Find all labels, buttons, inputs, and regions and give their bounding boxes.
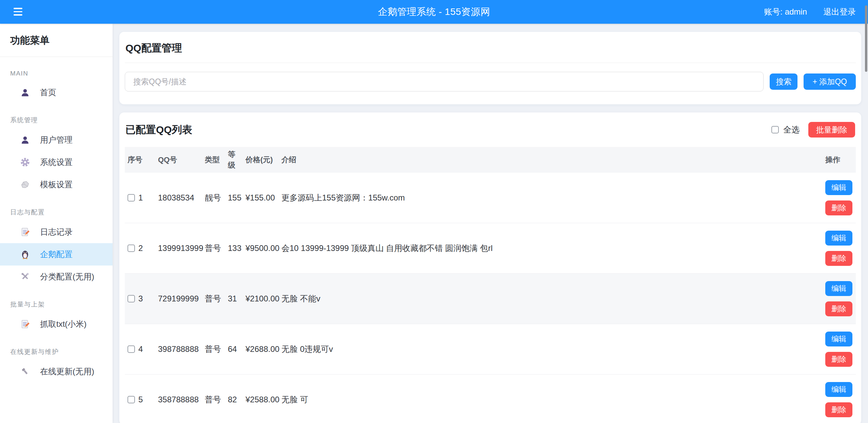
row-level: 64 xyxy=(225,344,243,354)
row-level: 31 xyxy=(225,294,243,303)
row-type: 普号 xyxy=(202,344,225,355)
row-description: 无脸 0违规可v xyxy=(279,344,823,355)
column-header: 操作 xyxy=(823,154,856,165)
column-header: QQ号 xyxy=(155,154,202,165)
sidebar-section-label: 系统管理 xyxy=(0,116,113,125)
sidebar-section-label: 批量与上架 xyxy=(0,300,113,309)
row-index: 3 xyxy=(138,294,143,303)
column-header: 等级 xyxy=(225,149,243,171)
edit-button[interactable]: 编辑 xyxy=(825,180,852,195)
row-actions-cell: 编辑删除 xyxy=(823,274,856,324)
gear-icon xyxy=(20,157,31,168)
top-header: 企鹅管理系统 - 155资源网 账号: admin 退出登录 xyxy=(0,0,868,24)
sidebar-section: 日志与配置日志记录企鹅配置分类配置(无用) xyxy=(0,208,113,288)
row-qq-number: 1399913999 xyxy=(155,244,202,253)
row-index-cell: 1 xyxy=(125,193,155,203)
delete-button[interactable]: 删除 xyxy=(825,352,852,367)
delete-button[interactable]: 删除 xyxy=(825,251,852,266)
search-button[interactable]: 搜索 xyxy=(770,73,797,90)
sidebar-item-label: 在线更新(无用) xyxy=(40,366,94,377)
list-title: 已配置QQ列表 xyxy=(125,123,771,137)
row-price: ¥2688.00 xyxy=(243,344,279,354)
rock-icon xyxy=(20,179,31,190)
sidebar-nav: MAIN首页系统管理用户管理系统设置模板设置日志与配置日志记录企鹅配置分类配置(… xyxy=(0,57,113,383)
sidebar-item-penguin-config[interactable]: 企鹅配置 xyxy=(0,243,113,266)
sidebar-item-label: 企鹅配置 xyxy=(40,249,73,260)
edit-button[interactable]: 编辑 xyxy=(825,231,852,246)
column-header: 序号 xyxy=(125,154,155,165)
row-checkbox[interactable] xyxy=(127,295,135,302)
table-row: 118038534靓号155¥155.00更多源码上155资源网：155w.co… xyxy=(125,173,856,223)
table-row: 4398788888普号64¥2688.00无脸 0违规可v编辑删除 xyxy=(125,324,856,375)
row-type: 普号 xyxy=(202,394,225,405)
select-all: 全选 xyxy=(771,124,800,135)
sidebar-item-home[interactable]: 首页 xyxy=(0,81,113,104)
sidebar-section-label: 日志与配置 xyxy=(0,208,113,217)
user-icon xyxy=(20,87,31,98)
user-icon xyxy=(20,134,31,145)
delete-button[interactable]: 删除 xyxy=(825,402,852,417)
sidebar-item-online-update[interactable]: 在线更新(无用) xyxy=(0,360,113,383)
sidebar-item-log-records[interactable]: 日志记录 xyxy=(0,221,113,243)
table-body: 118038534靓号155¥155.00更多源码上155资源网：155w.co… xyxy=(125,173,856,423)
sidebar-section: 在线更新与维护在线更新(无用) xyxy=(0,347,113,383)
sidebar-item-template-settings[interactable]: 模板设置 xyxy=(0,173,113,196)
sidebar-item-grab-txt[interactable]: 抓取txt(小米) xyxy=(0,313,113,335)
row-actions-cell: 编辑删除 xyxy=(823,324,856,374)
row-level: 133 xyxy=(225,244,243,253)
sidebar-section-label: MAIN xyxy=(0,70,113,77)
row-price: ¥155.00 xyxy=(243,193,279,203)
sidebar-section: MAIN首页 xyxy=(0,70,113,104)
page-scrollbar[interactable] xyxy=(865,5,867,72)
row-index-cell: 3 xyxy=(125,294,155,303)
row-description: 会10 13999-13999 顶级真山 自用收藏都不错 圆润饱满 包rl xyxy=(279,243,823,254)
row-actions-cell: 编辑删除 xyxy=(823,173,856,223)
row-qq-number: 398788888 xyxy=(155,344,202,354)
add-qq-button[interactable]: + 添加QQ xyxy=(804,73,856,90)
delete-button[interactable]: 删除 xyxy=(825,200,852,215)
memo-icon xyxy=(20,319,31,330)
batch-delete-button[interactable]: 批量删除 xyxy=(808,122,855,138)
app-title: 企鹅管理系统 - 155资源网 xyxy=(378,5,490,18)
row-index: 5 xyxy=(138,395,143,404)
search-input[interactable] xyxy=(125,72,764,91)
hamburger-menu-icon[interactable] xyxy=(14,8,22,16)
column-header: 价格(元) xyxy=(243,154,279,165)
row-qq-number: 358788888 xyxy=(155,395,202,404)
sidebar-item-label: 用户管理 xyxy=(40,134,73,145)
row-description: 无脸 不能v xyxy=(279,293,823,304)
panel-title: QQ配置管理 xyxy=(125,41,856,63)
account-label: 账号: admin xyxy=(764,6,807,17)
sidebar-item-user-management[interactable]: 用户管理 xyxy=(0,129,113,151)
row-checkbox[interactable] xyxy=(127,245,135,252)
sidebar-item-system-settings[interactable]: 系统设置 xyxy=(0,151,113,173)
delete-button[interactable]: 删除 xyxy=(825,301,852,316)
bolt-icon xyxy=(20,366,31,377)
row-type: 普号 xyxy=(202,243,225,254)
select-all-label: 全选 xyxy=(783,124,800,135)
sidebar-section: 批量与上架抓取txt(小米) xyxy=(0,300,113,335)
row-checkbox[interactable] xyxy=(127,396,135,403)
table-header: 序号QQ号类型等级价格(元)介绍操作 xyxy=(125,147,856,173)
row-index-cell: 2 xyxy=(125,244,155,253)
edit-button[interactable]: 编辑 xyxy=(825,281,852,296)
sidebar-item-label: 系统设置 xyxy=(40,157,73,168)
logout-link[interactable]: 退出登录 xyxy=(823,6,856,17)
row-type: 靓号 xyxy=(202,192,225,203)
row-actions-cell: 编辑删除 xyxy=(823,375,856,423)
qq-config-panel: QQ配置管理 搜索 + 添加QQ xyxy=(119,32,861,104)
row-index: 1 xyxy=(138,193,143,203)
edit-button[interactable]: 编辑 xyxy=(825,382,852,397)
sidebar: 功能菜单 MAIN首页系统管理用户管理系统设置模板设置日志与配置日志记录企鹅配置… xyxy=(0,24,113,423)
sidebar-item-label: 分类配置(无用) xyxy=(40,271,94,282)
penguin-icon xyxy=(20,249,31,260)
sidebar-item-label: 模板设置 xyxy=(40,179,73,190)
row-checkbox[interactable] xyxy=(127,194,135,202)
row-qq-number: 18038534 xyxy=(155,193,202,203)
row-checkbox[interactable] xyxy=(127,345,135,353)
sidebar-section: 系统管理用户管理系统设置模板设置 xyxy=(0,116,113,196)
sidebar-item-category-config[interactable]: 分类配置(无用) xyxy=(0,266,113,288)
edit-button[interactable]: 编辑 xyxy=(825,332,852,346)
sidebar-title: 功能菜单 xyxy=(0,24,113,57)
select-all-checkbox[interactable] xyxy=(771,126,779,133)
